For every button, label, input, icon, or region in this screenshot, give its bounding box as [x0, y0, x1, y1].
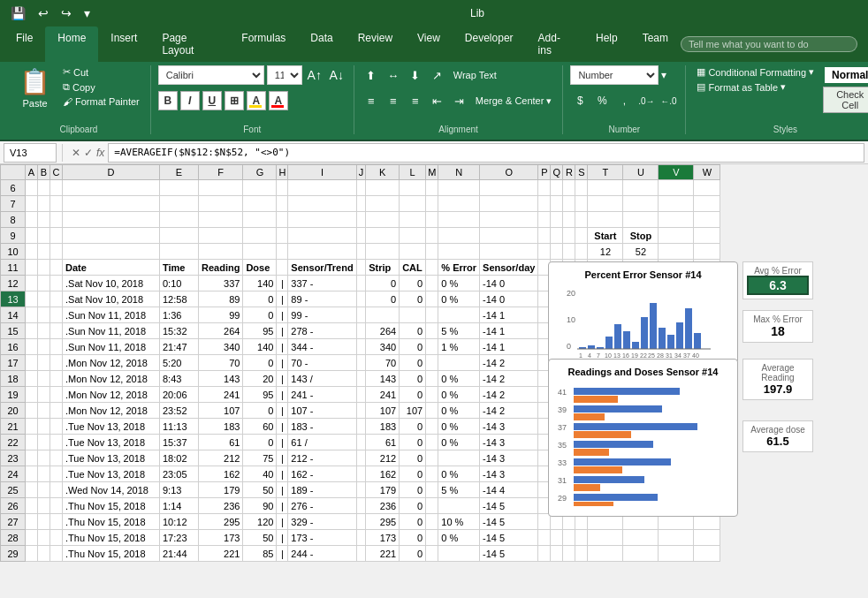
cell-6-t[interactable] [588, 180, 623, 196]
cell-26-e[interactable]: 1:14 [160, 498, 199, 514]
borders-button[interactable]: ⊞ [225, 91, 244, 110]
cell-27-e[interactable]: 10:12 [160, 514, 199, 530]
cell-20-o[interactable]: -14 2 [480, 403, 538, 419]
cell-22-k[interactable]: 61 [366, 435, 400, 450]
bold-button[interactable]: B [158, 91, 178, 110]
cell-14-d[interactable]: .Sun Nov 11, 2018 [63, 307, 160, 323]
cell-26-i[interactable]: 276 - [288, 498, 356, 514]
cell-6-d[interactable] [63, 180, 160, 196]
tab-help[interactable]: Help [583, 26, 630, 62]
cell-17-g[interactable]: 0 [243, 355, 277, 371]
cell-13-d[interactable]: .Sat Nov 10, 2018 [63, 291, 160, 307]
cut-button[interactable]: ✂ Cut [59, 65, 143, 79]
cell-19-l[interactable]: 0 [400, 387, 426, 403]
increase-decimal-button[interactable]: ←.0 [659, 91, 678, 110]
align-middle-button[interactable]: ↔ [384, 65, 403, 85]
cell-28-i[interactable]: 173 - [288, 530, 356, 546]
increase-font-button[interactable]: A↑ [305, 65, 324, 85]
cell-26-o[interactable]: -14 5 [480, 498, 538, 514]
cell-19-f[interactable]: 241 [199, 387, 243, 403]
cell-10-t[interactable]: 12 [588, 244, 623, 260]
col-header-i[interactable]: I [288, 165, 356, 180]
cell-27-i[interactable]: 329 - [288, 514, 356, 530]
cell-20-f[interactable]: 107 [199, 403, 243, 419]
cell-26-f[interactable]: 236 [199, 498, 243, 514]
col-header-c[interactable]: C [50, 165, 63, 180]
cell-15-e[interactable]: 15:32 [160, 323, 199, 339]
normal-style-box[interactable]: Normal [823, 65, 868, 85]
tell-me-input[interactable] [681, 36, 857, 52]
cell-28-g[interactable]: 50 [243, 530, 277, 546]
check-cell-box[interactable]: Check Cell [823, 87, 868, 113]
cell-23-f[interactable]: 212 [199, 450, 243, 466]
col-header-h[interactable]: H [277, 165, 288, 180]
cell-28-n[interactable]: 0 % [438, 530, 480, 546]
cell-25-o[interactable]: -14 4 [480, 482, 538, 498]
cell-21-k[interactable]: 183 [366, 419, 400, 435]
currency-button[interactable]: $ [570, 91, 590, 110]
cell-29-d[interactable]: .Thu Nov 15, 2018 [63, 546, 160, 562]
decrease-font-button[interactable]: A↓ [327, 65, 346, 85]
cell-18-l[interactable]: 0 [400, 371, 426, 387]
col-header-v[interactable]: V [659, 165, 694, 180]
cell-13-g[interactable]: 0 [243, 291, 277, 307]
cell-18-k[interactable]: 143 [366, 371, 400, 387]
cell-24-d[interactable]: .Tue Nov 13, 2018 [63, 466, 160, 482]
copy-button[interactable]: ⧉ Copy [59, 80, 143, 94]
cell-11-k[interactable]: Strip [366, 260, 400, 276]
cell-12-n[interactable]: 0 % [438, 276, 480, 291]
cell-17-l[interactable]: 0 [400, 355, 426, 371]
cell-12-o[interactable]: -14 0 [480, 276, 538, 291]
redo-icon[interactable]: ↪ [57, 4, 75, 22]
cell-15-f[interactable]: 264 [199, 323, 243, 339]
cell-27-g[interactable]: 120 [243, 514, 277, 530]
cell-11-n[interactable]: % Error [438, 260, 480, 276]
cell-22-e[interactable]: 15:37 [160, 435, 199, 450]
decrease-decimal-button[interactable]: .0→ [636, 91, 656, 110]
cell-20-g[interactable]: 0 [243, 403, 277, 419]
cell-13-i[interactable]: 89 - [288, 291, 356, 307]
formula-input[interactable] [108, 143, 864, 163]
cell-23-d[interactable]: .Tue Nov 13, 2018 [63, 450, 160, 466]
cell-26-g[interactable]: 90 [243, 498, 277, 514]
cell-16-k[interactable]: 340 [366, 339, 400, 355]
cell-13-k[interactable]: 0 [366, 291, 400, 307]
cell-15-i[interactable]: 278 - [288, 323, 356, 339]
cell-17-k[interactable]: 70 [366, 355, 400, 371]
cell-12-g[interactable]: 140 [243, 276, 277, 291]
cell-19-k[interactable]: 241 [366, 387, 400, 403]
cell-6-b[interactable] [38, 180, 50, 196]
increase-indent-button[interactable]: ⇥ [450, 91, 469, 110]
cell-15-k[interactable]: 264 [366, 323, 400, 339]
cell-27-l[interactable]: 0 [400, 514, 426, 530]
cell-18-o[interactable]: -14 2 [480, 371, 538, 387]
cell-29-g[interactable]: 85 [243, 546, 277, 562]
cell-20-n[interactable]: 0 % [438, 403, 480, 419]
cell-6-l[interactable] [400, 180, 426, 196]
cell-19-n[interactable]: 0 % [438, 387, 480, 403]
cell-11-g[interactable]: Dose [243, 260, 277, 276]
cell-22-f[interactable]: 61 [199, 435, 243, 450]
cell-26-l[interactable]: 0 [400, 498, 426, 514]
cell-18-f[interactable]: 143 [199, 371, 243, 387]
col-header-w[interactable]: W [694, 165, 720, 180]
col-header-t[interactable]: T [588, 165, 623, 180]
cell-6-r[interactable] [563, 180, 575, 196]
cell-19-i[interactable]: 241 - [288, 387, 356, 403]
cell-21-f[interactable]: 183 [199, 419, 243, 435]
cell-14-f[interactable]: 99 [199, 307, 243, 323]
cell-24-f[interactable]: 162 [199, 466, 243, 482]
cell-6-f[interactable] [199, 180, 243, 196]
cell-25-d[interactable]: .Wed Nov 14, 2018 [63, 482, 160, 498]
merge-center-button[interactable]: Merge & Center▾ [472, 95, 556, 108]
cell-12-l[interactable]: 0 [400, 276, 426, 291]
cell-20-e[interactable]: 23:52 [160, 403, 199, 419]
cell-6-s[interactable] [575, 180, 588, 196]
cell-26-d[interactable]: .Thu Nov 15, 2018 [63, 498, 160, 514]
cell-18-d[interactable]: .Mon Nov 12, 2018 [63, 371, 160, 387]
decrease-indent-button[interactable]: ⇤ [428, 91, 447, 110]
tab-page-layout[interactable]: Page Layout [149, 26, 229, 62]
cell-14-o[interactable]: -14 1 [480, 307, 538, 323]
undo-icon[interactable]: ↩ [34, 4, 52, 22]
cell-16-n[interactable]: 1 % [438, 339, 480, 355]
